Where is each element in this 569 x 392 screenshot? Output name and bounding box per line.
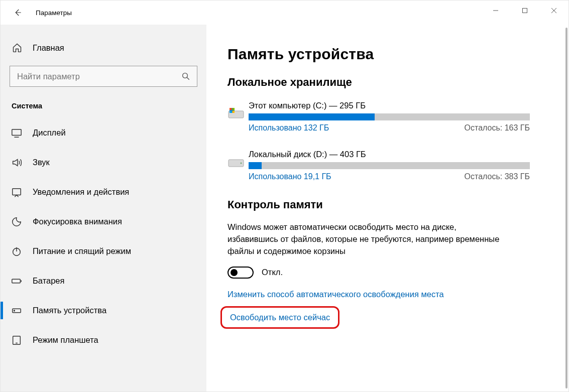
power-icon	[11, 245, 23, 257]
sidebar-item-power[interactable]: Питание и спящий режим	[1, 236, 206, 266]
drive-c-icon	[227, 101, 249, 133]
drive-d[interactable]: Локальный диск (D:) — 403 ГБ Использован…	[227, 150, 546, 181]
drive-free-label: Осталось: 163 ГБ	[465, 123, 530, 133]
maximize-button[interactable]	[510, 1, 539, 21]
sidebar-section-label: Система	[1, 95, 206, 115]
sidebar-item-storage[interactable]: Память устройства	[1, 296, 206, 325]
close-icon	[551, 8, 557, 14]
main-content: Память устройства Локальное хранилище Эт…	[206, 25, 568, 391]
sidebar-item-label: Питание и спящий режим	[33, 246, 131, 256]
drive-used-label: Использовано 132 ГБ	[249, 123, 329, 133]
minimize-button[interactable]	[481, 1, 510, 21]
storage-icon	[11, 305, 23, 317]
sound-icon	[11, 157, 23, 169]
sidebar-item-label: Фокусировка внимания	[33, 217, 122, 226]
sidebar-item-label: Память устройства	[33, 306, 106, 315]
sidebar-item-battery[interactable]: Батарея	[1, 266, 206, 296]
sidebar-item-focus[interactable]: Фокусировка внимания	[1, 207, 206, 236]
sidebar: Главная Система Дисплей Звук Уведомления…	[1, 25, 206, 391]
search-container	[10, 66, 197, 87]
svg-rect-11	[12, 279, 21, 283]
toggle-state-label: Откл.	[262, 268, 283, 277]
drive-d-icon	[227, 150, 249, 181]
storage-sense-toggle-row: Откл.	[227, 267, 546, 279]
svg-rect-6	[12, 129, 21, 135]
svg-line-5	[187, 77, 189, 80]
maximize-icon	[522, 8, 528, 14]
close-button[interactable]	[539, 1, 568, 21]
sidebar-item-sound[interactable]: Звук	[1, 148, 206, 177]
sidebar-item-label: Дисплей	[33, 128, 66, 138]
svg-point-4	[183, 73, 188, 78]
svg-rect-19	[230, 108, 232, 110]
drive-free-label: Осталось: 383 ГБ	[465, 172, 530, 181]
sidebar-item-label: Уведомления и действия	[33, 187, 129, 197]
drive-usage-bar	[249, 162, 530, 169]
home-icon	[12, 42, 23, 53]
sidebar-item-label: Батарея	[33, 276, 64, 286]
minimize-icon	[493, 8, 499, 14]
storage-sense-description: Windows может автоматически освободить м…	[227, 221, 509, 257]
sidebar-item-tablet[interactable]: Режим планшета	[1, 325, 206, 355]
drive-name: Локальный диск (D:) — 403 ГБ	[249, 150, 530, 159]
scrollbar[interactable]	[565, 28, 567, 388]
svg-point-14	[14, 310, 15, 311]
storage-sense-heading: Контроль памяти	[227, 198, 546, 211]
arrow-left-icon	[13, 8, 22, 17]
search-icon	[181, 72, 190, 81]
storage-sense-toggle[interactable]	[227, 267, 254, 279]
search-input[interactable]	[10, 66, 197, 87]
svg-rect-22	[233, 111, 235, 113]
svg-rect-21	[230, 111, 232, 113]
window-title: Параметры	[36, 9, 72, 17]
titlebar: Параметры	[1, 1, 568, 25]
svg-rect-8	[13, 188, 21, 195]
home-label: Главная	[33, 43, 64, 53]
notifications-icon	[11, 186, 23, 198]
svg-rect-1	[523, 9, 527, 13]
sidebar-item-label: Режим планшета	[33, 335, 98, 345]
window-controls	[481, 1, 568, 21]
sidebar-item-notifications[interactable]: Уведомления и действия	[1, 177, 206, 207]
svg-point-24	[241, 163, 242, 164]
nav-list: Дисплей Звук Уведомления и действия Фоку…	[1, 118, 206, 355]
page-title: Память устройства	[227, 46, 546, 63]
sidebar-item-label: Звук	[33, 158, 50, 167]
free-space-now-link[interactable]: Освободить место сейчас	[220, 306, 339, 329]
home-button[interactable]: Главная	[1, 34, 206, 62]
local-storage-heading: Локальное хранилище	[227, 76, 546, 89]
drive-used-label: Использовано 19,1 ГБ	[249, 172, 331, 181]
drive-name: Этот компьютер (C:) — 295 ГБ	[249, 101, 530, 110]
tablet-icon	[11, 334, 23, 346]
battery-icon	[11, 275, 23, 287]
drives-list: Этот компьютер (C:) — 295 ГБ Использован…	[227, 101, 546, 181]
svg-rect-20	[233, 108, 235, 110]
display-icon	[11, 127, 23, 139]
change-auto-free-link[interactable]: Изменить способ автоматического освобожд…	[227, 290, 546, 299]
drive-usage-bar	[249, 113, 530, 120]
sidebar-item-display[interactable]: Дисплей	[1, 118, 206, 148]
focus-icon	[11, 216, 23, 228]
back-button[interactable]	[12, 7, 24, 19]
drive-c[interactable]: Этот компьютер (C:) — 295 ГБ Использован…	[227, 101, 546, 133]
